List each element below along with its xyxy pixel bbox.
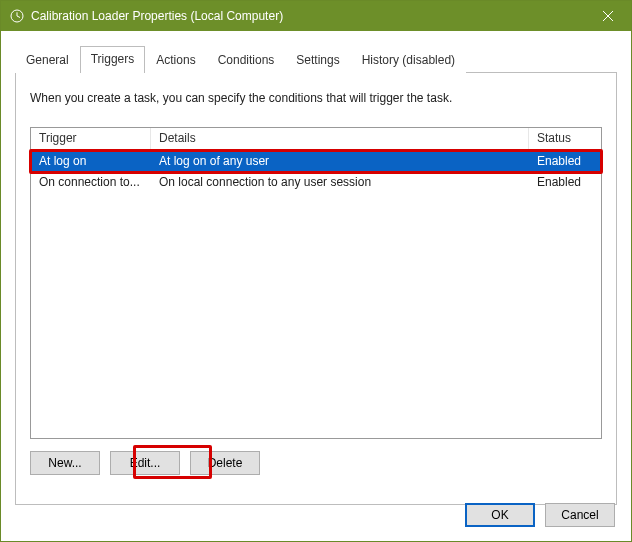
tab-conditions[interactable]: Conditions <box>207 48 286 73</box>
svg-line-2 <box>17 16 20 18</box>
cancel-button[interactable]: Cancel <box>545 503 615 527</box>
client-area: General Triggers Actions Conditions Sett… <box>1 31 631 541</box>
new-button[interactable]: New... <box>30 451 100 475</box>
tab-settings[interactable]: Settings <box>285 48 350 73</box>
tab-actions[interactable]: Actions <box>145 48 206 73</box>
column-header-details[interactable]: Details <box>151 128 529 149</box>
table-row[interactable]: At log on At log on of any user Enabled <box>31 150 601 171</box>
clock-icon <box>9 8 25 24</box>
column-header-status[interactable]: Status <box>529 128 601 149</box>
trigger-buttons: New... Edit... Delete <box>30 451 602 475</box>
column-header-trigger[interactable]: Trigger <box>31 128 151 149</box>
properties-dialog: Calibration Loader Properties (Local Com… <box>0 0 632 542</box>
tab-triggers[interactable]: Triggers <box>80 46 146 73</box>
tabstrip: General Triggers Actions Conditions Sett… <box>15 45 617 73</box>
titlebar: Calibration Loader Properties (Local Com… <box>1 1 631 31</box>
cell-trigger: On connection to... <box>31 173 151 191</box>
cell-status: Enabled <box>529 173 601 191</box>
cell-status: Enabled <box>529 152 601 170</box>
close-button[interactable] <box>585 1 631 31</box>
table-row[interactable]: On connection to... On local connection … <box>31 171 601 192</box>
window-title: Calibration Loader Properties (Local Com… <box>31 9 585 23</box>
cell-details: At log on of any user <box>151 152 529 170</box>
tab-panel-triggers: When you create a task, you can specify … <box>15 73 617 505</box>
listview-header: Trigger Details Status <box>31 128 601 150</box>
edit-button[interactable]: Edit... <box>110 451 180 475</box>
cell-details: On local connection to any user session <box>151 173 529 191</box>
tab-history[interactable]: History (disabled) <box>351 48 466 73</box>
description-text: When you create a task, you can specify … <box>30 91 602 105</box>
delete-button[interactable]: Delete <box>190 451 260 475</box>
cell-trigger: At log on <box>31 152 151 170</box>
tab-general[interactable]: General <box>15 48 80 73</box>
ok-button[interactable]: OK <box>465 503 535 527</box>
triggers-listview[interactable]: Trigger Details Status At log on At log … <box>30 127 602 439</box>
dialog-buttons: OK Cancel <box>465 503 615 527</box>
close-icon <box>603 11 613 21</box>
